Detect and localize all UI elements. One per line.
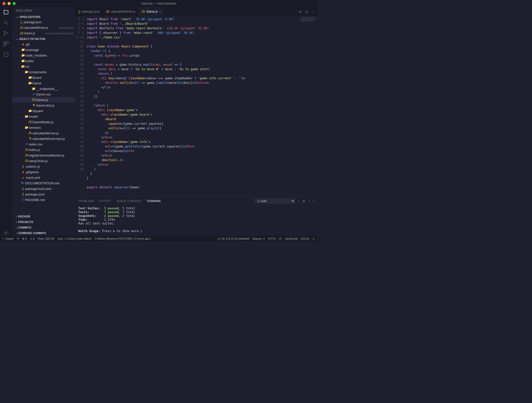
tree-item[interactable]: ⌄📂src bbox=[12, 64, 75, 69]
tree-item[interactable]: ›📁Board bbox=[12, 75, 75, 80]
settings-gear-icon[interactable] bbox=[3, 230, 9, 236]
tree-item[interactable]: ›📁Square bbox=[12, 108, 75, 114]
editor-tab[interactable]: JSGame.js× bbox=[138, 7, 164, 16]
file-icon: {} bbox=[21, 165, 25, 168]
tree-item[interactable]: ▲.travis.yml bbox=[12, 175, 75, 180]
debug-icon[interactable] bbox=[3, 52, 9, 58]
item-label: Game.css bbox=[36, 92, 75, 96]
tree-item[interactable]: ⌄📂services bbox=[12, 125, 75, 130]
tree-item[interactable]: {}package.json bbox=[12, 191, 75, 197]
chevron-icon: ⌄ bbox=[21, 126, 24, 129]
feedback-icon[interactable]: ☺ bbox=[312, 237, 315, 240]
more-icon[interactable]: ⋯ bbox=[311, 10, 315, 13]
tree-item[interactable]: {}.eslintrc.js bbox=[12, 164, 75, 169]
open-editor-item[interactable]: JScalculateWinner.jssrc/services bbox=[12, 25, 75, 31]
tree-item[interactable]: ›📁__snapshots__ bbox=[12, 86, 75, 91]
language-mode[interactable]: JavaScript bbox=[285, 237, 298, 240]
sync-icon[interactable]: ⟳ bbox=[17, 237, 19, 240]
sidebar-section[interactable]: ›COMMITS bbox=[12, 225, 75, 230]
tree-item[interactable]: ⓘREADME.md bbox=[12, 197, 75, 203]
compare-icon[interactable]: ⇄ bbox=[299, 10, 302, 13]
tree-item[interactable]: JScalculateWinner.js bbox=[12, 130, 75, 136]
svg-point-0 bbox=[4, 21, 7, 24]
close-window-button[interactable] bbox=[3, 2, 6, 5]
maximize-panel-icon[interactable]: ^ bbox=[308, 199, 310, 203]
tree-item[interactable]: ›📁public bbox=[12, 58, 75, 64]
open-editors-section[interactable]: ⌄OPEN EDITORS bbox=[12, 14, 75, 19]
tree-item[interactable]: {}package-lock.json bbox=[12, 186, 75, 191]
git-branch[interactable]: ᚶ master bbox=[3, 237, 14, 240]
item-label: .eslintrc.js bbox=[25, 165, 75, 168]
file-icon: JS bbox=[24, 148, 29, 152]
project-section[interactable]: ⌄REACT-TICTACTOE bbox=[12, 36, 75, 41]
jest-status[interactable]: Jest: ⚠ (3 test suites failed) bbox=[58, 237, 92, 240]
new-terminal-icon[interactable]: + bbox=[298, 199, 300, 203]
tree-item[interactable]: ⌄📂model bbox=[12, 114, 75, 119]
code-editor[interactable]: 1 2 3 4 5 6 7 8 9 10 11 12 13 14 15 16 1… bbox=[75, 16, 318, 197]
open-editor-item[interactable]: {}package.json bbox=[12, 19, 75, 25]
tree-item[interactable]: ⌄📂components bbox=[12, 69, 75, 75]
panel-tab[interactable]: PROBLEMS bbox=[78, 199, 94, 203]
eol[interactable]: LF bbox=[279, 237, 282, 240]
source-control-icon[interactable] bbox=[3, 30, 9, 36]
explorer-icon[interactable] bbox=[3, 9, 9, 15]
tree-item[interactable]: JSGameModel.js bbox=[12, 119, 75, 125]
tree-item[interactable]: JSregisterServiceWorker.js bbox=[12, 153, 75, 158]
warnings-count[interactable]: ⚠ 0 bbox=[30, 237, 35, 240]
minimap[interactable]: ████████████████ ███████████ ███████████… bbox=[300, 16, 318, 197]
indent-setting[interactable]: Spaces: 2 bbox=[252, 237, 265, 240]
panel-tab[interactable]: DEBUG CONSOLE bbox=[116, 199, 142, 203]
editor-tab[interactable]: JScalculateWinner.js bbox=[103, 7, 138, 16]
tree-item[interactable]: #index.css bbox=[12, 141, 75, 147]
tree-item[interactable]: ◆.gitignore bbox=[12, 169, 75, 175]
tree-item[interactable]: M↓DOCUMENTATION.md bbox=[12, 180, 75, 186]
close-panel-icon[interactable]: × bbox=[313, 199, 315, 203]
tree-item[interactable]: JSsetupTests.js bbox=[12, 158, 75, 164]
tree-item[interactable]: ⚗calculateWinner.test.js bbox=[12, 136, 75, 141]
flow-status[interactable]: Flow: 100.0% bbox=[38, 237, 55, 240]
tree-item[interactable]: JSindex.js bbox=[12, 147, 75, 153]
tree-item[interactable]: ⌄📂Game bbox=[12, 80, 75, 86]
file-icon: 📁 bbox=[28, 76, 32, 79]
terminal-select[interactable]: 1: node bbox=[255, 198, 295, 204]
svg-rect-5 bbox=[6, 42, 8, 44]
git-blame[interactable]: ⟲ Blame Maxence POUTORD ( 3 hours ago ) bbox=[94, 237, 151, 240]
file-icon: JS bbox=[141, 10, 145, 13]
open-editor-item[interactable]: JSGame.jssrc/components/Game bbox=[12, 31, 75, 36]
tree-item[interactable]: #Game.css bbox=[12, 91, 75, 97]
tree-item[interactable]: ›◆.git bbox=[12, 41, 75, 47]
svg-rect-4 bbox=[4, 42, 6, 44]
maximize-window-button[interactable] bbox=[13, 2, 16, 5]
sidebar-section[interactable]: ›DOCKER bbox=[12, 214, 75, 219]
close-icon[interactable]: × bbox=[159, 10, 161, 13]
extensions-icon[interactable] bbox=[3, 41, 9, 47]
errors-count[interactable]: ⊗ 3 bbox=[22, 237, 27, 240]
file-icon: {} bbox=[19, 20, 24, 24]
tree-item[interactable]: ›📁node_modules bbox=[12, 53, 75, 58]
split-icon[interactable]: ◫ bbox=[305, 10, 308, 13]
tree-item[interactable]: JSGame.js bbox=[12, 97, 75, 103]
svg-point-3 bbox=[7, 33, 8, 34]
tree-item[interactable]: ›📁coverage bbox=[12, 47, 75, 53]
cursor-position[interactable]: Ln 29, Col 31 (6 selected) bbox=[217, 237, 249, 240]
sidebar-section[interactable]: ›COMPARE COMMITS bbox=[12, 230, 75, 236]
file-icon: ⚗ bbox=[31, 104, 36, 107]
item-label: package.json bbox=[25, 192, 75, 196]
minimize-window-button[interactable] bbox=[8, 2, 11, 5]
panel-tab[interactable]: OUTPUT bbox=[100, 199, 111, 203]
file-icon: 📂 bbox=[28, 81, 32, 85]
search-icon[interactable] bbox=[3, 20, 9, 26]
editor-tab[interactable]: {}package.json bbox=[75, 7, 103, 16]
file-icon: ◆ bbox=[21, 42, 25, 46]
eslint-status[interactable]: ESLint bbox=[301, 237, 309, 240]
encoding[interactable]: UTF-8 bbox=[268, 237, 276, 240]
tab-label: calculateWinner.js bbox=[111, 10, 135, 13]
item-label: model bbox=[29, 115, 75, 118]
sidebar-section[interactable]: ›PROJECTS bbox=[12, 219, 75, 225]
panel-tab[interactable]: TERMINAL bbox=[147, 199, 161, 203]
code-content[interactable]: import React from 'react' 26.8K (gzipped… bbox=[87, 16, 300, 197]
tree-item[interactable]: ⚗Game.test.js bbox=[12, 103, 75, 108]
kill-terminal-icon[interactable]: 🗑 bbox=[303, 199, 305, 203]
terminal-output[interactable]: Test Suites: 3 passed, 3 total Tests: 7 … bbox=[75, 205, 318, 236]
item-label: setupTests.js bbox=[29, 159, 75, 163]
